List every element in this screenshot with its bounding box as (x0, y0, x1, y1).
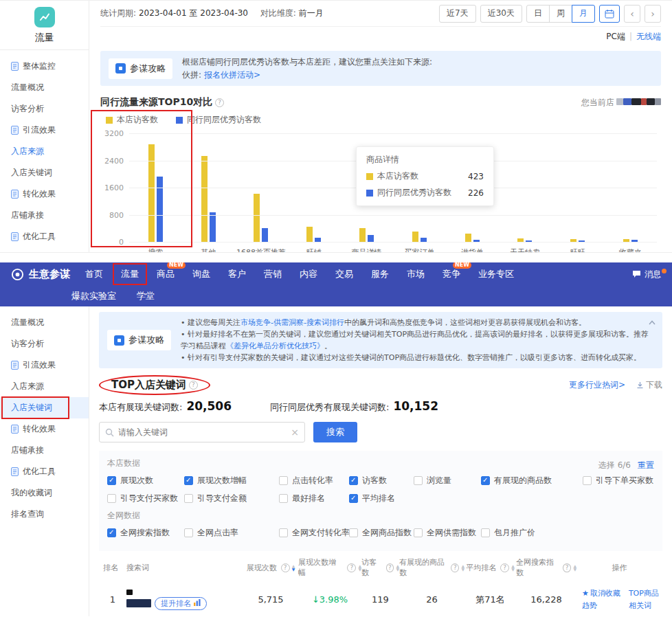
sidebar-item-8[interactable]: 店铺承接 (0, 205, 89, 226)
sidebar-item-8[interactable]: 优化工具 (0, 461, 89, 482)
subnav-item-1[interactable]: 爆款实验室 (71, 290, 116, 302)
boost-rank-button[interactable]: 提升排名 (155, 597, 207, 610)
bar[interactable] (157, 177, 163, 243)
device-wireless-tab[interactable]: 无线端 (636, 32, 661, 41)
download-button[interactable]: 下载 (636, 379, 662, 391)
legend-item-1[interactable]: 本店访客数 (106, 114, 158, 126)
calendar-button[interactable] (599, 5, 620, 23)
sidebar-item-4[interactable]: 引流效果 (0, 120, 89, 141)
range-button[interactable]: 月 (572, 5, 595, 23)
info-icon[interactable] (281, 563, 290, 572)
network-checkbox-3[interactable]: 全网支付转化率 (279, 527, 349, 539)
bar[interactable] (148, 144, 155, 243)
bar-group[interactable] (182, 134, 235, 243)
info-icon[interactable] (451, 563, 459, 572)
legend-item-2[interactable]: 同行同层优秀访客数 (176, 114, 261, 126)
store-checkbox-8[interactable]: 引导支付买家数 (107, 493, 184, 504)
nav-item-2[interactable]: 流量 (121, 268, 139, 280)
nav-item-7[interactable]: 内容 (300, 268, 317, 280)
network-checkbox-1[interactable]: 全网搜索指数 (107, 527, 184, 539)
clear-input-icon[interactable] (291, 427, 299, 438)
sort-icon[interactable]: ▲▼ (511, 564, 515, 571)
range-button[interactable]: 周 (549, 5, 572, 23)
bar-group[interactable] (235, 134, 288, 243)
bar-group[interactable] (551, 134, 604, 243)
more-industry-words-link[interactable]: 更多行业热词> (569, 379, 625, 391)
store-checkbox-11[interactable]: 平均排名 (349, 493, 414, 504)
action-cancel-favorite[interactable]: 取消收藏 (582, 588, 620, 598)
bar-group[interactable] (129, 134, 182, 243)
action-top-products[interactable]: TOP商品 (629, 588, 659, 598)
nav-item-9[interactable]: 服务 (371, 268, 389, 280)
action-related-words[interactable]: 相关词 (629, 601, 659, 611)
sidebar-item-2[interactable]: 访客分析 (0, 333, 89, 355)
sidebar-item-6[interactable]: 转化效果 (0, 418, 89, 440)
device-pc-tab[interactable]: PC端 (606, 32, 625, 41)
sidebar-item-9[interactable]: 我的收藏词 (0, 482, 89, 504)
nav-item-10[interactable]: 市场 (407, 268, 425, 280)
info-icon[interactable] (500, 563, 509, 572)
range-button[interactable]: 近30天 (480, 5, 522, 23)
sidebar-item-3[interactable]: 引流效果 (0, 355, 89, 376)
store-checkbox-7[interactable]: 引导下单买家数 (583, 475, 654, 486)
info-icon[interactable] (215, 98, 224, 107)
sidebar-item-6[interactable]: 入店关键词 (0, 162, 89, 183)
store-checkbox-10[interactable]: 最好排名 (279, 493, 349, 504)
reset-button[interactable]: 重置 (638, 460, 654, 471)
store-checkbox-1[interactable]: 展现次数 (107, 475, 184, 486)
bar[interactable] (210, 212, 216, 243)
next-period-button[interactable] (645, 5, 661, 23)
store-checkbox-9[interactable]: 引导支付金额 (184, 493, 279, 504)
network-checkbox-5[interactable]: 全网供需指数 (414, 527, 481, 539)
store-checkbox-2[interactable]: 展现次数增幅 (184, 475, 279, 486)
action-trend[interactable]: 趋势 (582, 601, 620, 611)
table-header-4[interactable]: 展现次数增幅▲▼ (298, 557, 361, 578)
bar[interactable] (412, 232, 418, 243)
store-checkbox-3[interactable]: 点击转化率 (279, 475, 349, 486)
bar-group[interactable] (604, 134, 657, 243)
nav-item-4[interactable]: 询盘 (192, 268, 210, 280)
bar[interactable] (359, 228, 366, 243)
collapse-icon[interactable] (649, 317, 656, 327)
table-row-1[interactable]: 1提升排名5,715↓3.98%11926第71名16,228取消收藏TOP商品… (99, 583, 662, 616)
sidebar-item-2[interactable]: 流量概况 (0, 77, 89, 98)
sidebar-item-10[interactable]: 排名查询 (0, 504, 89, 525)
sidebar-item-7[interactable]: 店铺承接 (0, 440, 89, 461)
network-checkbox-2[interactable]: 全网点击率 (184, 527, 279, 539)
signup-activity-link[interactable]: 报名伙拼活动> (204, 70, 260, 80)
store-checkbox-4[interactable]: 访客数 (349, 475, 414, 486)
sidebar-item-5[interactable]: 入店关键词 (0, 397, 89, 418)
bar-group[interactable] (499, 134, 552, 243)
table-header-3[interactable]: 展现次数▲▼ (243, 563, 298, 573)
messages-button[interactable]: 消息 (632, 269, 661, 280)
sidebar-item-1[interactable]: 整体监控 (0, 56, 89, 77)
store-checkbox-5[interactable]: 浏览量 (414, 475, 481, 486)
nav-item-12[interactable]: 业务专区 (478, 268, 514, 280)
nav-item-5[interactable]: 客户 (228, 268, 246, 280)
table-header-6[interactable]: 有展现的商品数▲▼ (399, 557, 464, 578)
bar[interactable] (306, 227, 313, 243)
advice-link[interactable]: 市场竞争-供需洞察-搜索词排行 (240, 318, 344, 327)
sidebar-item-5[interactable]: 入店来源 (0, 141, 89, 162)
search-button[interactable]: 搜索 (313, 422, 357, 442)
table-header-7[interactable]: 平均排名▲▼ (464, 563, 516, 573)
bar[interactable] (201, 156, 208, 243)
range-button[interactable]: 日 (526, 5, 550, 23)
bar-group[interactable] (287, 134, 340, 243)
brand[interactable]: 生意参谋 (11, 268, 70, 281)
sidebar-item-7[interactable]: 转化效果 (0, 183, 89, 205)
subnav-item-2[interactable]: 学堂 (137, 290, 155, 302)
info-icon[interactable] (563, 563, 571, 572)
sidebar-item-9[interactable]: 优化工具 (0, 226, 89, 247)
nav-item-1[interactable]: 首页 (85, 268, 103, 280)
info-icon[interactable] (189, 381, 198, 390)
nav-item-8[interactable]: 交易 (335, 268, 353, 280)
table-header-5[interactable]: 访客数▲▼ (361, 557, 399, 578)
nav-item-6[interactable]: 营销 (264, 268, 282, 280)
nav-item-3[interactable]: 商品NEW (157, 268, 175, 280)
keyword-search-input[interactable] (118, 427, 287, 437)
sidebar-item-1[interactable]: 流量概况 (0, 312, 89, 333)
bar[interactable] (254, 194, 260, 243)
network-checkbox-6[interactable]: 包月推广价 (481, 527, 583, 539)
prev-period-button[interactable] (624, 5, 640, 23)
